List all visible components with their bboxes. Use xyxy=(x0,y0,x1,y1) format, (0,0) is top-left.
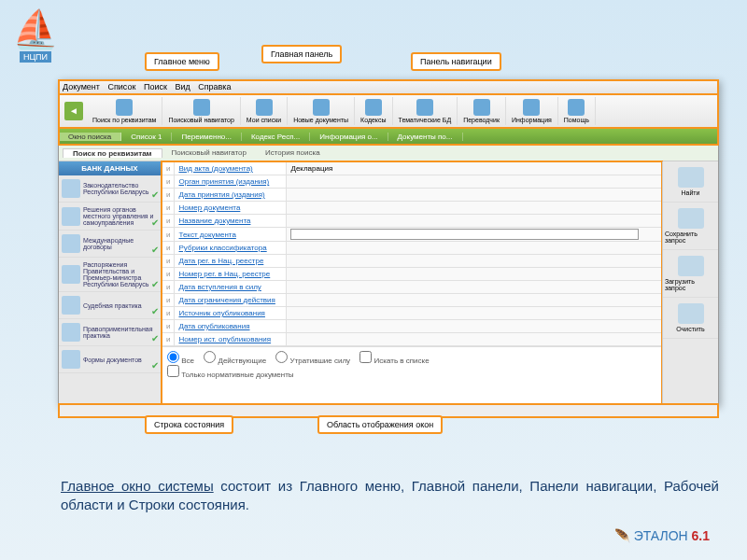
tab-list1[interactable]: Список 1 xyxy=(121,133,172,141)
subtab-nav[interactable]: Поисковый навигатор xyxy=(162,148,256,157)
toolbar-help[interactable]: Помощь xyxy=(558,97,596,125)
btn-load-query[interactable]: Загрузить запрос xyxy=(663,250,718,298)
footer-brand: 🪶 ЭТАЛОН 6.1 xyxy=(614,528,710,543)
btn-save-query[interactable]: Сохранить запрос xyxy=(663,203,718,250)
doc-icon xyxy=(313,99,330,116)
row-marker: и xyxy=(162,175,175,189)
sidebar-item[interactable]: Законодательство Республики Беларусь✔ xyxy=(59,175,161,203)
field-label-link[interactable]: Номер рег. в Нац. реестре xyxy=(178,270,270,278)
toolbar-mylists[interactable]: Мои списки xyxy=(241,97,288,125)
menu-search[interactable]: Поиск xyxy=(144,82,167,91)
opt-all[interactable]: Все xyxy=(167,357,194,365)
opt-inlist[interactable]: Искать в списке xyxy=(359,357,429,365)
list-icon xyxy=(256,99,273,116)
opt-inactive[interactable]: Утратившие силу xyxy=(275,357,350,365)
sidebar-item[interactable]: Международные договоры✔ xyxy=(59,231,161,258)
sidebar-item-label: Судебная практика xyxy=(83,302,142,309)
toolbar-codex[interactable]: Кодексы xyxy=(355,97,392,125)
sidebar-item[interactable]: Решения органов местного управления и са… xyxy=(59,203,161,231)
sidebar-item[interactable]: Распоряжения Правительства и Премьер-мин… xyxy=(59,258,161,292)
info-icon xyxy=(523,99,540,116)
tab-codex[interactable]: Кодекс Респ... xyxy=(242,133,310,141)
app-window: Документ Список Поиск Вид Справка ◄ Поис… xyxy=(58,79,719,406)
sidebar-item-label: Решения органов местного управления и са… xyxy=(83,206,158,226)
btn-find[interactable]: Найти xyxy=(663,161,718,203)
field-value[interactable] xyxy=(287,281,662,294)
field-row: иНомер рег. в Нац. реестре xyxy=(162,268,662,281)
field-row: иДата вступления в силу xyxy=(162,281,662,294)
row-marker: и xyxy=(162,268,175,281)
sidebar-item[interactable]: Правоприменительная практика✔ xyxy=(59,319,161,346)
sidebar: БАНК ДАННЫХ Законодательство Республики … xyxy=(59,161,162,404)
field-label-link[interactable]: Дата принятия (издания) xyxy=(178,190,264,199)
subtab-history[interactable]: История поиска xyxy=(256,148,330,157)
field-value[interactable] xyxy=(287,175,662,189)
toolbar-translate[interactable]: Переводчик xyxy=(458,97,506,125)
sidebar-item[interactable]: Судебная практика✔ xyxy=(59,292,161,319)
field-label-link[interactable]: Дата опубликования xyxy=(178,322,249,330)
tab-docs[interactable]: Документы по... xyxy=(388,133,463,141)
callout-main-panel: Главная панель xyxy=(261,45,342,63)
menubar[interactable]: Документ Список Поиск Вид Справка xyxy=(59,80,718,94)
toolbar-nav[interactable]: Поисковый навигатор xyxy=(162,97,240,125)
field-row: иДата ограничения действия xyxy=(162,294,662,307)
field-label-link[interactable]: Текст документа xyxy=(178,231,235,239)
back-button[interactable]: ◄ xyxy=(64,102,83,120)
field-value[interactable] xyxy=(287,294,662,307)
field-value[interactable] xyxy=(287,228,662,242)
row-marker: и xyxy=(162,202,175,215)
ship-icon: ⛵ xyxy=(7,7,63,51)
right-panel: Найти Сохранить запрос Загрузить запрос … xyxy=(662,161,718,404)
field-value[interactable] xyxy=(287,242,662,255)
sidebar-item[interactable]: Формы документов✔ xyxy=(59,346,161,373)
toolbar-newdocs[interactable]: Новые документы xyxy=(288,97,355,125)
callout-status-line: Строка состояния xyxy=(145,415,233,434)
fields-table: иВид акта (документа)ДекларацияиОрган пр… xyxy=(162,161,662,346)
text-input[interactable] xyxy=(290,229,639,240)
toolbar-thematic[interactable]: Тематические БД xyxy=(393,97,458,125)
toolbar-info[interactable]: Информация xyxy=(506,97,558,125)
field-row: иВид акта (документа)Декларация xyxy=(162,162,662,175)
opt-normonly[interactable]: Только нормативные документы xyxy=(167,371,294,379)
field-row: иОрган принятия (издания) xyxy=(162,175,662,189)
field-value[interactable] xyxy=(287,255,662,268)
field-label-link[interactable]: Название документа xyxy=(178,217,250,225)
field-row: иДата рег. в Нац. реестре xyxy=(162,255,662,268)
field-label-link[interactable]: Орган принятия (издания) xyxy=(178,177,269,186)
menu-view[interactable]: Вид xyxy=(175,82,190,91)
menu-document[interactable]: Документ xyxy=(63,82,100,91)
toolbar-search-req[interactable]: Поиск по реквизитам xyxy=(87,97,162,125)
opt-active[interactable]: Действующие xyxy=(204,357,266,365)
field-label-link[interactable]: Вид акта (документа) xyxy=(178,164,252,173)
workarea: БАНК ДАННЫХ Законодательство Республики … xyxy=(59,161,718,404)
field-label-link[interactable]: Номер документа xyxy=(178,203,240,212)
field-value[interactable] xyxy=(287,268,662,281)
btn-clear[interactable]: Очистить xyxy=(663,298,718,339)
field-label-link[interactable]: Дата ограничения действия xyxy=(178,296,275,304)
help-icon xyxy=(568,99,585,116)
field-row: иНомер ист. опубликования xyxy=(162,333,662,346)
db-item-icon xyxy=(62,350,80,369)
field-label-link[interactable]: Дата рег. в Нац. реестре xyxy=(178,257,263,265)
menu-help[interactable]: Справка xyxy=(198,82,231,91)
subtab-req[interactable]: Поиск по реквизитам xyxy=(63,148,162,158)
field-value[interactable] xyxy=(287,215,662,228)
field-value[interactable]: Декларация xyxy=(287,162,662,175)
field-value[interactable] xyxy=(287,189,662,202)
field-label-link[interactable]: Номер ист. опубликования xyxy=(178,335,271,343)
menu-list[interactable]: Список xyxy=(107,82,135,91)
check-icon: ✔ xyxy=(151,217,159,228)
field-label-link[interactable]: Рубрики классификатора xyxy=(178,244,266,252)
tab-info[interactable]: Информация о... xyxy=(310,133,388,141)
field-value[interactable] xyxy=(287,202,662,215)
field-value[interactable] xyxy=(287,320,662,333)
tab-rename[interactable]: Переименно... xyxy=(172,133,241,141)
field-row: иТекст документа xyxy=(162,228,662,242)
field-label-link[interactable]: Дата вступления в силу xyxy=(178,283,261,291)
db-item-icon xyxy=(62,234,80,253)
load-icon xyxy=(678,256,704,276)
field-value[interactable] xyxy=(287,333,662,346)
field-label-link[interactable]: Источник опубликования xyxy=(178,309,264,317)
field-value[interactable] xyxy=(287,307,662,320)
tab-search-window[interactable]: Окно поиска xyxy=(59,133,121,141)
